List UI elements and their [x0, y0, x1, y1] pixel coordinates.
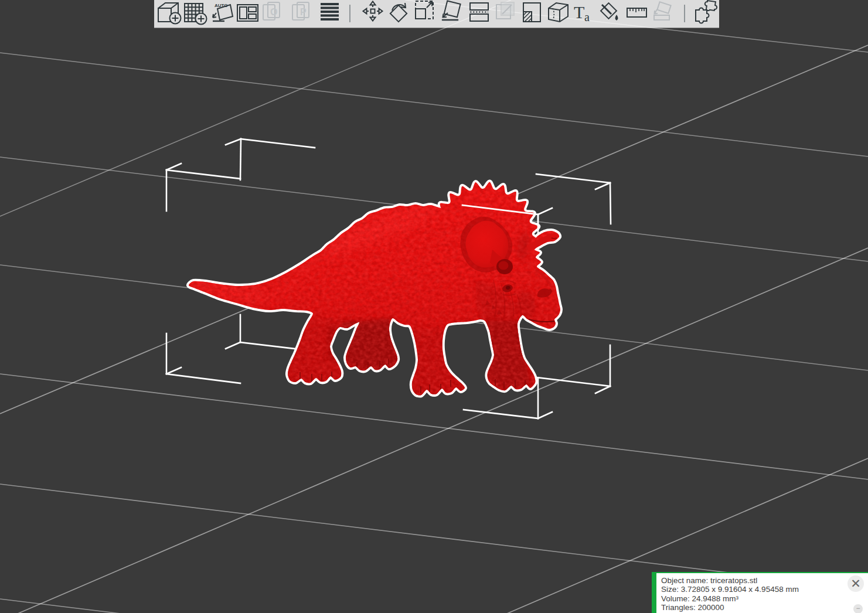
- svg-text:AUTO: AUTO: [215, 3, 228, 8]
- svg-text:a: a: [584, 11, 590, 23]
- svg-text:P: P: [300, 7, 307, 17]
- svg-text:O: O: [270, 7, 277, 17]
- svg-text:T: T: [574, 2, 584, 22]
